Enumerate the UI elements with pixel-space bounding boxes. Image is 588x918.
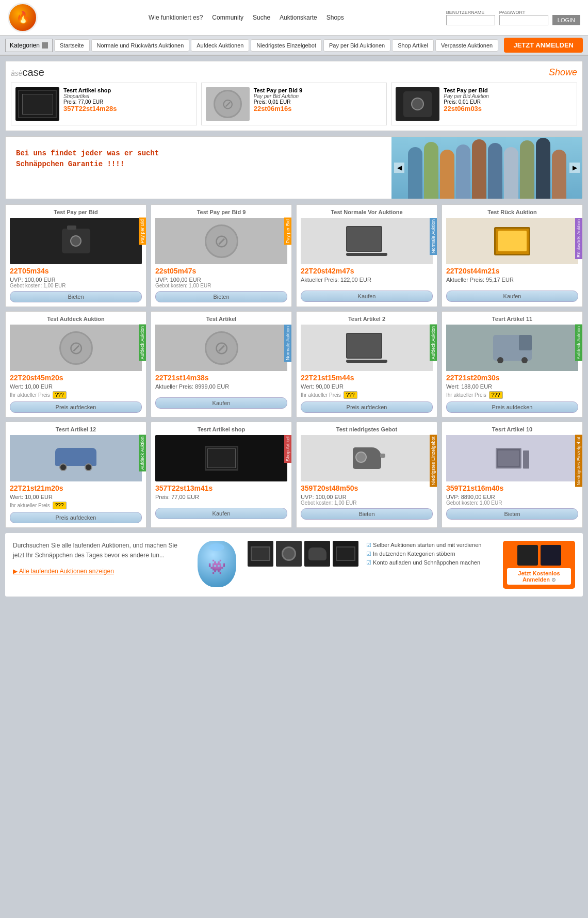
auction-row-3: Aufdeck Auktion Tesrt Artikel 12 22T21st… [5, 422, 583, 528]
card-title: Tesrt Artikel 2 [301, 316, 433, 322]
kaufen-btn-4[interactable]: Kaufen [155, 508, 287, 519]
showcase-item-1-info: Tesrt Artikel shop Shopartikel Preis: 77… [63, 87, 117, 112]
nav-community[interactable]: Community [212, 14, 243, 21]
card-countdown: 357T22st13m41s [155, 484, 287, 492]
card-bid-cost: Gebot kosten: 1,00 EUR [155, 283, 287, 288]
footer-benefits-area: ☑ Selber Auktionen starten und mit verdi… [366, 541, 495, 572]
aktuell-val: ??? [53, 391, 67, 399]
aktuell-label: Ihr aktueller Preis [446, 392, 486, 398]
aufdecken-btn-2[interactable]: Preis aufdecken [301, 401, 433, 413]
auction-card-aufdeck-3: Aufdeck Auktion Tesrt Artikel 11 22T21st… [442, 311, 583, 417]
subnav-startseite[interactable]: Startseite [54, 39, 89, 52]
showcase-item-1-countdown: 357T22st14m28s [63, 105, 117, 112]
password-label: PASSWORT [499, 10, 548, 15]
subnav-verpasste[interactable]: Verpasste Auktionen [435, 39, 498, 52]
card-uvp: UVP: 8890,00 EUR [446, 494, 578, 500]
auction-card-aufdeck-1: Aufdeck Auktion Test Aufdeck Auktion ⊘ 2… [5, 311, 146, 417]
promo-image: ◀ ▶ [391, 137, 582, 199]
card-title: Test Pay per Bid 9 [155, 209, 287, 215]
subnav-ppb[interactable]: Pay per Bid Auktionen [323, 39, 390, 52]
card-title: Test Aufdeck Auktion [10, 316, 142, 322]
auction-card-aufdeck-2: Aufdeck Auktion Tesrt Artikel 2 22T21st1… [296, 311, 437, 417]
showcase-item-2: ⊘ Test Pay per Bid 9 Pay per Bid Auktion… [201, 83, 387, 125]
showcase-img-1 [15, 87, 59, 121]
footer-register-box: Jetzt Kostenlos Anmelden ⊙ [503, 541, 575, 589]
card-wert: Wert: 10,00 EUR [10, 494, 142, 500]
card-countdown: 359T20st48m50s [301, 484, 433, 492]
nav-shops[interactable]: Shops [326, 14, 344, 21]
auction-card-ppb-2: Pay per Bid Test Pay per Bid 9 ⊘ 22st05m… [151, 204, 292, 307]
auction-card-normal-1: Normale Auktion Test Normale Vor Auktion… [296, 204, 437, 307]
kaufen-btn-3[interactable]: Kaufen [155, 397, 287, 409]
showcase-item-2-title: Test Pay per Bid 9 [254, 87, 303, 93]
subnav-aufdeck[interactable]: Aufdeck Auktionen [191, 39, 249, 52]
kategorie-dropdown[interactable]: Kategorien [5, 39, 53, 52]
nav-suche[interactable]: Suche [253, 14, 270, 21]
card-title: Tesrt Artikel 11 [446, 316, 578, 322]
card-title: Tesrt Artikel 10 [446, 426, 578, 432]
showcase-item-2-type: Pay per Bid Auktion [254, 93, 303, 99]
bieten-btn-2[interactable]: Bieten [155, 291, 287, 302]
subnav-shop[interactable]: Shop Artikel [392, 39, 434, 52]
card-title: Tesrt Artikel 12 [10, 426, 142, 432]
showcase-item-2-info: Test Pay per Bid 9 Pay per Bid Auktion P… [254, 87, 303, 112]
aktuell-val: ??? [489, 391, 503, 399]
footer-product-icons [248, 541, 358, 567]
card-bid-cost: Gebot kosten: 1,00 EUR [446, 500, 578, 506]
card-price: Preis: 77,00 EUR [155, 494, 287, 500]
aufdecken-btn-4[interactable]: Preis aufdecken [10, 512, 142, 523]
card-countdown: 22T20st44m21s [446, 267, 578, 275]
bieten-btn-4[interactable]: Bieten [446, 508, 578, 520]
jetzt-anmelden-button[interactable]: JETZT ANMELDEN [504, 38, 583, 53]
header: 🔥 Wie funktioniert es? Community Suche A… [0, 0, 588, 36]
card-title: Test Artikel [155, 316, 287, 322]
footer-text-area: Durchsuchen Sie alle laufenden Auktionen… [13, 541, 186, 575]
card-wert: Wert: 90,00 EUR [301, 383, 433, 390]
promo-banner: Bei uns findet jeder was er sucht Schnäp… [5, 136, 583, 199]
aktuell-val: ??? [53, 502, 67, 509]
card-countdown: 22T21st14m38s [155, 374, 287, 382]
card-current-price: Aktueller Preis: 8999,00 EUR [155, 383, 287, 390]
card-title: Test Pay per Bid [10, 209, 142, 215]
register-btn[interactable]: Jetzt Kostenlos Anmelden ⊙ [507, 568, 571, 585]
bieten-btn-1[interactable]: Bieten [10, 291, 142, 302]
card-countdown: 22st05m47s [155, 267, 287, 275]
card-title: Test Normale Vor Auktione [301, 209, 433, 215]
card-countdown: 22T21st15m44s [301, 374, 433, 382]
subnav-normale[interactable]: Normale und Rückwärts Auktionen [91, 39, 190, 52]
logo: 🔥 [8, 3, 46, 33]
subnav-niedrig[interactable]: Niedrigstes Einzelgebot [251, 39, 322, 52]
card-current-price: Aktueller Preis: 95,17 EUR [446, 277, 578, 283]
aktuell-label: Ihr aktueller Preis [10, 392, 50, 398]
login-button[interactable]: LOGIN [552, 15, 580, 25]
username-input[interactable] [446, 15, 495, 25]
card-uvp: UVP: 100,00 EUR [155, 277, 287, 283]
card-title: Tesrt Artikel shop [155, 426, 287, 432]
showcase-item-2-price: Preis: 0,01 EUR [254, 99, 303, 105]
kaufen-btn-1[interactable]: Kaufen [301, 291, 433, 302]
showcase-item-3-type: Pay per Bid Auktion [444, 93, 488, 99]
aufdecken-btn-1[interactable]: Preis aufdecken [10, 401, 142, 413]
bieten-btn-3[interactable]: Bieten [301, 508, 433, 520]
card-uvp: UVP: 100,00 EUR [301, 494, 433, 500]
nav-auktionskarte[interactable]: Auktionskarte [280, 14, 317, 21]
footer-mascot: 👾 [193, 541, 240, 587]
kaufen-btn-2[interactable]: Kaufen [446, 291, 578, 302]
showcase-item-3-info: Test Pay per Bid Pay per Bid Auktion Pre… [444, 87, 488, 112]
showcase-item-3-price: Preis: 0,01 EUR [444, 99, 488, 105]
showcase-item-1: Tesrt Artikel shop Shopartikel Preis: 77… [11, 83, 197, 125]
kategorie-icon [42, 42, 48, 49]
showcase-item-1-price: Preis: 77,00 EUR [63, 99, 117, 105]
showcase-item-1-title: Tesrt Artikel shop [63, 87, 117, 93]
aufdecken-btn-3[interactable]: Preis aufdecken [446, 401, 578, 413]
password-input[interactable] [499, 15, 548, 25]
aktuell-label: Ihr aktueller Preis [301, 392, 341, 398]
alle-auktionen-link[interactable]: ▶ Alle laufenden Auktionen anzeigen [13, 568, 114, 575]
card-wert: Wert: 188,00 EUR [446, 383, 578, 390]
nav-wie[interactable]: Wie funktioniert es? [149, 14, 203, 21]
showcase-item-3-countdown: 22st06m03s [444, 105, 488, 112]
promo-line2: Schnäppchen Garantie !!!! [16, 160, 381, 168]
card-countdown: 22T20st45m20s [10, 374, 142, 382]
main-nav: Wie funktioniert es? Community Suche Auk… [46, 14, 446, 21]
username-label: BENUTZERNAME [446, 10, 495, 15]
